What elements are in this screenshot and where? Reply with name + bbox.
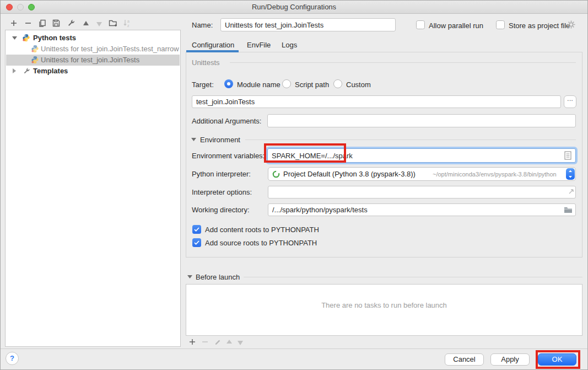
cancel-button[interactable]: Cancel bbox=[445, 353, 484, 366]
remove-configuration-icon[interactable] bbox=[24, 19, 33, 28]
tree-item-python-tests[interactable]: Python tests bbox=[6, 33, 180, 44]
tab-configuration[interactable]: Configuration bbox=[192, 41, 234, 49]
working-directory-label: Working directory: bbox=[192, 206, 250, 214]
configurations-tree: Python tests Unittests for test_join.Joi… bbox=[5, 30, 181, 347]
edit-variables-icon[interactable] bbox=[564, 151, 571, 160]
environment-variables-input[interactable] bbox=[267, 148, 576, 163]
edit-templates-icon[interactable] bbox=[67, 19, 75, 28]
interpreter-path: ~/opt/miniconda3/envs/pyspark-3.8/bin/py… bbox=[433, 171, 557, 178]
before-launch-collapse-icon[interactable] bbox=[187, 275, 192, 279]
allow-parallel-run-label: Allow parallel run bbox=[429, 22, 483, 30]
add-source-roots-checkbox[interactable] bbox=[192, 238, 201, 247]
group-separator bbox=[230, 62, 576, 63]
move-task-down-icon[interactable] bbox=[237, 340, 244, 346]
gear-icon[interactable] bbox=[567, 20, 576, 29]
move-task-up-icon[interactable] bbox=[226, 339, 233, 345]
browse-folder-icon[interactable] bbox=[564, 206, 573, 213]
section-separator bbox=[244, 277, 582, 277]
target-script-path-label: Script path bbox=[295, 81, 329, 89]
python-tests-icon bbox=[22, 34, 30, 42]
svg-text:a: a bbox=[127, 19, 130, 23]
before-launch-section-label: Before launch bbox=[196, 273, 240, 281]
save-configuration-icon[interactable] bbox=[52, 19, 61, 28]
before-launch-empty-message: There are no tasks to run before launch bbox=[186, 301, 582, 309]
zoom-window-button[interactable] bbox=[28, 4, 35, 10]
apply-button[interactable]: Apply bbox=[490, 353, 530, 366]
target-script-path-radio[interactable] bbox=[282, 79, 291, 88]
expand-icon[interactable] bbox=[12, 68, 17, 74]
python-interpreter-label: Python interpreter: bbox=[192, 170, 251, 178]
new-folder-icon[interactable] bbox=[109, 19, 118, 28]
section-separator bbox=[245, 140, 576, 140]
store-as-project-file-checkbox[interactable] bbox=[496, 20, 505, 29]
environment-variables-label: Environment variables: bbox=[192, 152, 265, 160]
copy-configuration-icon[interactable] bbox=[38, 19, 47, 28]
edit-task-icon[interactable] bbox=[214, 337, 222, 345]
interpreter-options-label: Interpreter options: bbox=[192, 188, 252, 196]
close-window-button[interactable] bbox=[6, 4, 13, 10]
tree-item-label: Templates bbox=[33, 67, 68, 75]
sort-configurations-icon[interactable]: az bbox=[123, 19, 132, 28]
add-task-icon[interactable] bbox=[188, 338, 196, 346]
target-module-name-label: Module name bbox=[237, 81, 280, 89]
conda-environment-icon bbox=[272, 170, 280, 178]
move-down-icon[interactable] bbox=[95, 21, 103, 28]
target-label: Target: bbox=[192, 81, 214, 89]
target-module-input[interactable] bbox=[192, 95, 561, 108]
python-interpreter-select[interactable]: Project Default (Python 3.8 (pyspark-3.8… bbox=[268, 167, 576, 181]
help-button[interactable]: ? bbox=[6, 352, 19, 365]
target-module-name-radio[interactable] bbox=[224, 79, 233, 88]
move-up-icon[interactable] bbox=[82, 20, 90, 26]
unittests-group-label: Unittests bbox=[192, 58, 220, 67]
run-debug-configurations-dialog: Run/Debug Configurations az Python tests… bbox=[0, 0, 588, 370]
target-custom-radio[interactable] bbox=[333, 79, 342, 88]
remove-task-icon[interactable] bbox=[201, 338, 209, 346]
allow-parallel-run-checkbox[interactable] bbox=[416, 20, 425, 29]
add-content-roots-label: Add content roots to PYTHONPATH bbox=[205, 226, 319, 234]
add-source-roots-label: Add source roots to PYTHONPATH bbox=[205, 239, 317, 247]
expand-field-icon[interactable] bbox=[568, 188, 575, 195]
environment-collapse-icon[interactable] bbox=[191, 138, 196, 142]
tree-item-label: Unittests for test_join.JoinTests.test_n… bbox=[41, 45, 179, 53]
tab-logs[interactable]: Logs bbox=[282, 41, 297, 49]
browse-button[interactable]: ... bbox=[564, 95, 576, 108]
environment-section-label: Environment bbox=[200, 136, 240, 144]
store-as-project-file-label: Store as project file bbox=[509, 22, 570, 30]
additional-arguments-input[interactable] bbox=[267, 114, 576, 127]
add-configuration-icon[interactable] bbox=[9, 19, 18, 28]
interpreter-options-input[interactable] bbox=[268, 186, 576, 199]
templates-icon bbox=[23, 67, 30, 75]
minimize-window-button[interactable] bbox=[17, 4, 24, 10]
tree-item-label: Python tests bbox=[33, 34, 76, 42]
tree-item-unittest-jointests-selected[interactable]: Unittests for test_join.JoinTests bbox=[6, 55, 180, 66]
python-test-icon bbox=[31, 56, 39, 64]
working-directory-input[interactable] bbox=[268, 203, 576, 216]
name-label: Name: bbox=[192, 21, 213, 29]
name-input[interactable] bbox=[220, 18, 396, 31]
before-launch-task-list[interactable]: There are no tasks to run before launch bbox=[186, 284, 582, 336]
footer-divider bbox=[1, 348, 588, 349]
select-stepper-icon[interactable] bbox=[566, 168, 575, 180]
interpreter-value: Project Default (Python 3.8 (pyspark-3.8… bbox=[283, 170, 416, 178]
ok-button[interactable]: OK bbox=[538, 353, 576, 366]
svg-text:z: z bbox=[127, 24, 130, 28]
window-title: Run/Debug Configurations bbox=[1, 1, 587, 13]
tab-envfile[interactable]: EnvFile bbox=[247, 41, 271, 49]
python-test-icon bbox=[31, 45, 39, 53]
tree-item-unittest-narrow[interactable]: Unittests for test_join.JoinTests.test_n… bbox=[6, 44, 180, 55]
tree-item-templates[interactable]: Templates bbox=[6, 66, 180, 77]
add-content-roots-checkbox[interactable] bbox=[192, 225, 201, 234]
tree-item-label: Unittests for test_join.JoinTests bbox=[41, 56, 139, 64]
additional-arguments-label: Additional Arguments: bbox=[192, 117, 261, 125]
target-custom-label: Custom bbox=[346, 81, 371, 89]
title-bar: Run/Debug Configurations bbox=[1, 1, 587, 14]
expand-collapse-icon[interactable] bbox=[12, 36, 17, 40]
